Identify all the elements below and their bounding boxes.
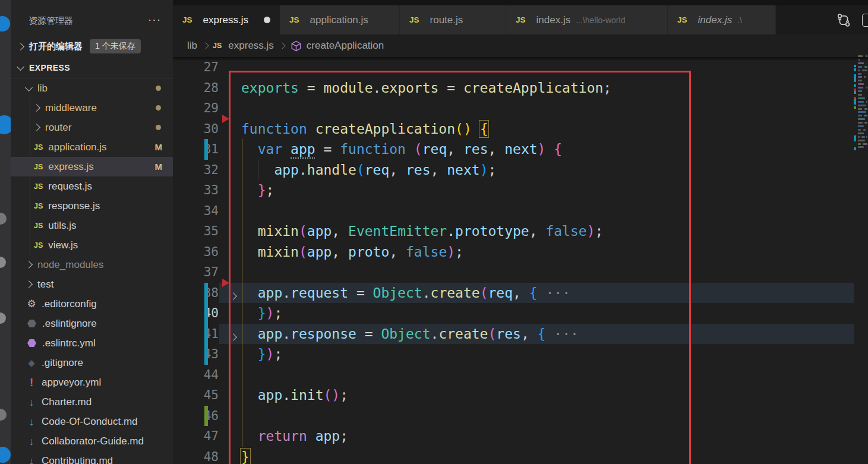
code-line-36[interactable]: 36mixin(app, proto, false); xyxy=(173,242,868,263)
split-editor-icon[interactable] xyxy=(862,14,868,27)
tree-item-label: lib xyxy=(37,83,48,94)
minimap-code-row xyxy=(858,136,860,138)
chevron-right-icon xyxy=(25,261,33,269)
tree-item-collaborator-guide-md[interactable]: ↓Collaborator-Guide.md xyxy=(11,431,173,451)
activity-item-icon[interactable] xyxy=(0,409,7,421)
tree-item-charter-md[interactable]: ↓Charter.md xyxy=(11,392,173,412)
fold-chevron-icon[interactable] xyxy=(231,291,236,301)
tree-item-response-js[interactable]: JSresponse.js xyxy=(11,196,173,216)
activity-item-icon[interactable] xyxy=(0,16,10,31)
tree-item-application-js[interactable]: JSapplication.jsM xyxy=(11,137,173,157)
modified-dot-badge xyxy=(156,86,161,91)
breadcrumb-folder[interactable]: lib xyxy=(187,40,197,52)
tree-item-view-js[interactable]: JSview.js xyxy=(11,235,173,255)
tab-route-js[interactable]: JSroute.js xyxy=(400,5,506,34)
tab-index-js-hello-world[interactable]: JSindex.js...\hello-world xyxy=(506,5,668,34)
code-line-29[interactable]: 29 xyxy=(173,98,868,119)
code-line-44[interactable]: 44 xyxy=(173,365,868,386)
minimap-git-decoration xyxy=(854,135,856,141)
code-line-27[interactable]: 27 xyxy=(173,57,868,78)
code-line-41[interactable]: 41app.response = Object.create(res, { ··… xyxy=(173,324,868,345)
tree-item-gitignore[interactable]: ◆.gitignore xyxy=(11,353,173,373)
code-line-32[interactable]: 32app.handle(req, res, next); xyxy=(173,160,868,181)
chevron-right-icon xyxy=(33,104,40,112)
activity-item-icon[interactable] xyxy=(0,313,6,324)
compare-changes-icon[interactable] xyxy=(836,12,851,28)
tree-item-editorconfig[interactable]: ⚙.editorconfig xyxy=(11,294,173,314)
tab-index-js-[interactable]: JSindex.js.\ xyxy=(668,5,776,34)
git-modified-gutter xyxy=(204,303,208,324)
breadcrumb-separator-icon xyxy=(279,42,285,49)
tab-express-js[interactable]: JSexpress.js xyxy=(173,5,280,34)
code-line-31[interactable]: 31var app = function (req, res, next) { xyxy=(173,139,868,160)
tree-item-label: Collaborator-Guide.md xyxy=(42,435,144,447)
code-line-35[interactable]: 35mixin(app, EventEmitter.prototype, fal… xyxy=(173,221,868,242)
tree-item-label: response.js xyxy=(48,200,100,212)
activity-bar[interactable] xyxy=(0,0,11,464)
breadcrumb-symbol[interactable]: createApplication xyxy=(307,40,384,52)
line-number: 33 xyxy=(173,180,219,201)
tab-label: application.js xyxy=(310,14,368,26)
project-section-label: EXPRESS xyxy=(29,63,70,72)
tree-item-eslintignore[interactable]: .eslintignore xyxy=(11,314,173,333)
code-line-45[interactable]: 45app.init(); xyxy=(173,385,868,406)
project-section-header[interactable]: EXPRESS xyxy=(11,57,173,79)
minimap-code-row xyxy=(858,143,861,145)
code-line-33[interactable]: 33}; xyxy=(173,180,868,201)
open-editors-section[interactable]: 打开的编辑器 1 个未保存 xyxy=(11,36,173,58)
line-number: 41 xyxy=(173,324,219,345)
code-line-28[interactable]: 28exports = module.exports = createAppli… xyxy=(173,78,868,99)
code-editor[interactable]: 2728exports = module.exports = createApp… xyxy=(173,57,868,464)
minimap-code-row xyxy=(864,108,867,110)
appveyor-icon: ! xyxy=(26,377,37,388)
tree-item-contributing-md[interactable]: ↓Contributing.md xyxy=(11,451,173,464)
code-line-47[interactable]: 47return app; xyxy=(173,426,868,447)
js-file-icon: JS xyxy=(34,163,43,171)
tree-item-request-js[interactable]: JSrequest.js xyxy=(11,176,173,196)
minimap-code-row xyxy=(866,136,867,138)
activity-item-icon[interactable] xyxy=(0,213,7,225)
minimap-code-row xyxy=(858,125,864,127)
line-number: 28 xyxy=(173,78,219,99)
code-line-text: } xyxy=(241,447,250,464)
code-line-48[interactable]: 48} xyxy=(173,447,868,464)
code-line-46[interactable]: 46 xyxy=(173,406,868,427)
tree-item-appveyor-yml[interactable]: !appveyor.yml xyxy=(11,373,173,392)
tree-item-utils-js[interactable]: JSutils.js xyxy=(11,216,173,235)
activity-item-icon[interactable] xyxy=(0,447,11,463)
code-line-37[interactable]: 37 xyxy=(173,262,868,283)
tree-item-router[interactable]: router xyxy=(11,118,173,137)
line-number: 38 xyxy=(173,283,219,304)
code-line-34[interactable]: 34 xyxy=(173,201,868,222)
code-line-40[interactable]: 40}); xyxy=(173,303,868,324)
tree-item-test[interactable]: test xyxy=(11,274,173,294)
minimap-code-row xyxy=(858,122,863,124)
tab-application-js[interactable]: JSapplication.js xyxy=(280,5,400,34)
activity-item-icon[interactable] xyxy=(0,257,6,268)
code-line-43[interactable]: 43}); xyxy=(173,344,868,365)
tree-item-express-js[interactable]: JSexpress.jsM xyxy=(11,157,173,176)
code-line-30[interactable]: 30function createApplication() { xyxy=(173,119,868,140)
minimap[interactable] xyxy=(854,57,868,464)
minimap-code-row xyxy=(866,87,867,89)
line-number: 43 xyxy=(173,344,219,365)
explorer-sidebar: 资源管理器 ··· 打开的编辑器 1 个未保存 EXPRESS libmiddl… xyxy=(11,0,173,464)
activity-item-icon[interactable] xyxy=(0,115,11,134)
more-actions-icon[interactable]: ··· xyxy=(148,13,161,26)
git-deleted-icon xyxy=(222,279,229,287)
tree-item-code-of-conduct-md[interactable]: ↓Code-Of-Conduct.md xyxy=(11,412,173,431)
unsaved-dot-icon[interactable] xyxy=(264,17,270,23)
breadcrumb-file[interactable]: express.js xyxy=(228,40,274,52)
js-file-icon: JS xyxy=(34,241,43,250)
tree-item-node-modules[interactable]: node_modules xyxy=(11,255,173,274)
minimap-code-row xyxy=(858,73,861,75)
tree-item-label: application.js xyxy=(48,141,106,153)
tab-label: route.js xyxy=(430,14,463,26)
tree-item-middleware[interactable]: middleware xyxy=(11,98,173,118)
tree-item-eslintrc-yml[interactable]: .eslintrc.yml xyxy=(11,333,173,353)
code-line-text: }); xyxy=(258,344,283,365)
fold-chevron-icon[interactable] xyxy=(231,332,236,342)
minimap-code-row xyxy=(864,76,866,78)
tree-item-lib[interactable]: lib xyxy=(11,78,173,98)
code-line-38[interactable]: 38app.request = Object.create(req, { ··· xyxy=(173,283,868,304)
